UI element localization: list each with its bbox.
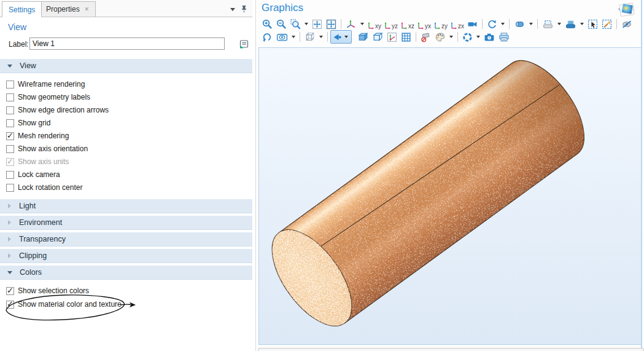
select-box-button[interactable] bbox=[586, 17, 600, 31]
zoom-to-selection-icon bbox=[326, 19, 336, 30]
section-collapsed-icon bbox=[8, 220, 11, 225]
orthographic-projection-button[interactable] bbox=[465, 17, 479, 31]
section-expanded-icon bbox=[7, 271, 12, 274]
section-light[interactable]: Light bbox=[0, 199, 252, 213]
checkbox-row[interactable]: Wireframe rendering bbox=[0, 78, 252, 90]
reset-view-dropdown[interactable] bbox=[501, 23, 505, 25]
visibility-dropdown[interactable] bbox=[292, 36, 295, 38]
tray-blue-icon bbox=[565, 19, 576, 30]
view-zx-button[interactable]: zx bbox=[449, 18, 465, 30]
checkbox-row[interactable]: Show material color and texture bbox=[0, 298, 252, 310]
transparency-button[interactable] bbox=[303, 30, 317, 44]
panel-menu-icon[interactable] bbox=[230, 8, 235, 11]
lower-panel-edge[interactable] bbox=[258, 348, 644, 351]
deselect-box-button[interactable] bbox=[600, 17, 614, 31]
section-environment[interactable]: Environment bbox=[0, 216, 252, 230]
checkbox-row[interactable]: Show axis orientation bbox=[0, 143, 252, 155]
go-to-default-view-button[interactable] bbox=[344, 17, 359, 31]
section-colors[interactable]: Colors bbox=[0, 266, 252, 280]
checkbox-row[interactable]: Show selection colors bbox=[0, 285, 252, 297]
print-3d-tray-dropdown[interactable] bbox=[557, 23, 561, 25]
section-transparency[interactable]: Transparency bbox=[0, 232, 252, 246]
cube-outline-icon bbox=[372, 31, 383, 42]
checkbox-lock-rotation-center[interactable] bbox=[6, 184, 14, 192]
eye-icon bbox=[276, 32, 288, 42]
scene-selection-button[interactable] bbox=[512, 17, 527, 31]
graphics-canvas[interactable] bbox=[258, 47, 642, 345]
label-input[interactable] bbox=[29, 37, 225, 50]
view-yz-button[interactable]: yz bbox=[382, 18, 399, 30]
color-theme-button[interactable] bbox=[433, 30, 448, 44]
checkbox-show-geometry-labels[interactable] bbox=[6, 93, 14, 101]
scene-light-icon bbox=[332, 32, 343, 42]
node-title: View bbox=[8, 22, 26, 32]
export-3d-tray-button[interactable] bbox=[563, 17, 578, 31]
show-axis-orientation-button[interactable] bbox=[385, 30, 399, 44]
graphics-toolbar-row2 bbox=[260, 31, 511, 43]
printer-icon bbox=[499, 32, 510, 42]
print-button[interactable] bbox=[497, 30, 511, 44]
graphics-panel: Graphics bbox=[258, 0, 644, 351]
scene-selection-dropdown[interactable] bbox=[529, 23, 533, 25]
checkbox-row[interactable]: Show geometry labels bbox=[0, 91, 252, 103]
snapshot-settings-dropdown[interactable] bbox=[476, 36, 480, 38]
view-yx-button[interactable]: yx bbox=[416, 18, 432, 30]
axis-box-icon bbox=[387, 32, 397, 42]
hide-selected-button[interactable] bbox=[619, 17, 634, 31]
image-snapshot-button[interactable] bbox=[482, 30, 497, 44]
pin-icon[interactable] bbox=[241, 5, 247, 14]
environment-reflections-button[interactable] bbox=[355, 30, 370, 44]
panel-splitter[interactable] bbox=[255, 0, 256, 351]
checkbox-row[interactable]: Mesh rendering bbox=[0, 130, 252, 142]
scene-light-button[interactable] bbox=[330, 30, 352, 44]
zoom-to-selection-button[interactable] bbox=[324, 17, 338, 31]
scene-light-dropdown[interactable] bbox=[344, 36, 348, 38]
checkbox-row[interactable]: Show edge direction arrows bbox=[0, 104, 252, 116]
palette-icon bbox=[435, 32, 446, 42]
zoom-in-button[interactable] bbox=[260, 17, 274, 31]
checkbox-show-axis-orientation[interactable] bbox=[6, 145, 14, 153]
export-3d-tray-dropdown[interactable] bbox=[580, 23, 584, 25]
print-3d-tray-button[interactable] bbox=[540, 17, 556, 31]
color-theme-dropdown[interactable] bbox=[449, 36, 453, 38]
view-xy-button[interactable]: xy bbox=[366, 18, 382, 30]
reset-view-icon bbox=[487, 19, 497, 30]
reset-hiding-icon bbox=[421, 32, 431, 42]
tab-close-icon[interactable]: × bbox=[85, 6, 89, 13]
default-view-dropdown[interactable] bbox=[360, 23, 364, 25]
checkbox-wireframe-rendering[interactable] bbox=[6, 81, 14, 89]
rename-label-icon bbox=[238, 39, 249, 50]
section-view[interactable]: View bbox=[0, 59, 252, 73]
tab-settings[interactable]: Settings bbox=[2, 1, 42, 17]
rotate-view-button[interactable] bbox=[260, 30, 274, 44]
transparency-dropdown[interactable] bbox=[319, 36, 323, 38]
section-clipping[interactable]: Clipping bbox=[0, 249, 252, 263]
visibility-button[interactable] bbox=[274, 30, 290, 44]
checkbox-row[interactable]: Lock rotation center bbox=[0, 181, 252, 194]
skybox-button[interactable] bbox=[370, 30, 385, 44]
view-zy-button[interactable]: zy bbox=[432, 18, 449, 30]
copper-cylinder-model[interactable] bbox=[259, 48, 641, 344]
checkbox-lock-camera[interactable] bbox=[6, 171, 14, 179]
reset-hiding-button[interactable] bbox=[419, 30, 433, 44]
checkbox-row[interactable]: Show grid bbox=[0, 117, 252, 129]
zoom-extents-button[interactable] bbox=[310, 17, 324, 31]
checkbox-show-grid[interactable] bbox=[6, 119, 14, 127]
checkbox-show-edge-direction-arrows[interactable] bbox=[6, 106, 14, 114]
checkbox-show-material-color-and-texture[interactable] bbox=[6, 301, 14, 309]
reset-view-button[interactable] bbox=[485, 17, 499, 31]
view-xz-button[interactable]: xz bbox=[399, 18, 416, 30]
show-grid-button[interactable] bbox=[399, 30, 413, 44]
checkbox-show-selection-colors[interactable] bbox=[6, 287, 14, 295]
tab-properties[interactable]: Properties × bbox=[39, 1, 96, 17]
checkbox-row[interactable]: Lock camera bbox=[0, 168, 252, 181]
cube-filled-icon bbox=[357, 31, 368, 42]
snapshot-settings-button[interactable] bbox=[460, 30, 475, 44]
zoom-box-button[interactable] bbox=[289, 17, 303, 31]
zoom-out-button[interactable] bbox=[274, 17, 289, 31]
checkbox-mesh-rendering[interactable] bbox=[6, 132, 14, 140]
zoom-box-dropdown[interactable] bbox=[305, 23, 308, 25]
graphics-toolbar-row1: xy yz xz yx zy zx bbox=[260, 18, 634, 30]
view-orientation-widget[interactable] bbox=[617, 1, 638, 19]
rename-label-button[interactable] bbox=[236, 37, 251, 52]
